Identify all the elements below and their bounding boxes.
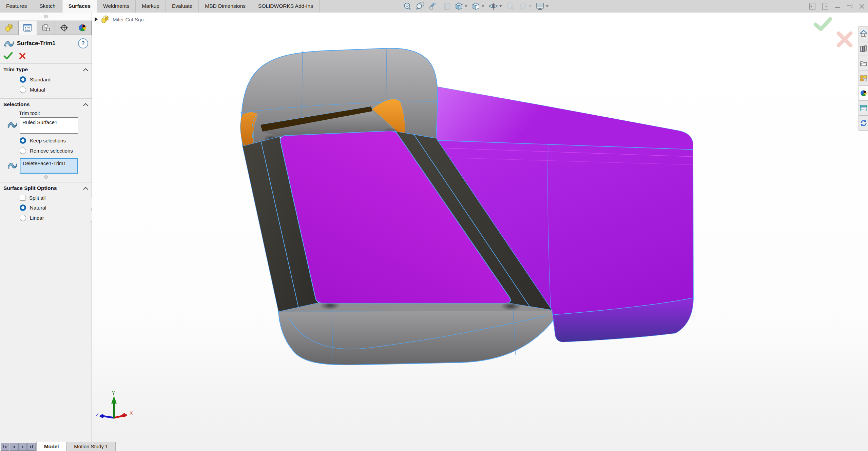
radio-natural-label: Natural <box>30 205 46 211</box>
pieces-to-keep-listbox[interactable]: DeleteFace1-Trim1 <box>20 158 78 174</box>
hide-show-caret[interactable] <box>499 5 502 7</box>
tab-weldments[interactable]: Weldments <box>97 0 136 13</box>
last-tab-button[interactable] <box>27 443 36 451</box>
tab-solidworks-addins[interactable]: SOLIDWORKS Add-Ins <box>252 0 320 13</box>
home-icon[interactable] <box>859 26 868 41</box>
custom-properties-icon[interactable] <box>859 101 868 116</box>
display-style-icon[interactable] <box>470 1 485 12</box>
minimize-icon[interactable] <box>835 7 840 8</box>
file-explorer-icon[interactable] <box>859 56 868 71</box>
previous-view-icon[interactable] <box>428 1 438 12</box>
view-orientation-caret[interactable] <box>465 5 467 7</box>
model-top-end-cap[interactable] <box>240 48 438 146</box>
tab-configuration-manager[interactable] <box>37 21 55 35</box>
cancel-button[interactable] <box>19 53 26 59</box>
tab-dimxpert-manager[interactable] <box>55 21 73 35</box>
triad-z-arrow <box>99 414 105 418</box>
dimxpert-manager-icon <box>60 24 69 32</box>
collapse-chevron-icon[interactable] <box>83 187 88 190</box>
apply-scene-caret[interactable] <box>529 5 532 7</box>
trim-tool-row: Ruled Surface1 <box>5 117 85 134</box>
view-settings-icon[interactable] <box>535 1 549 12</box>
selections-header[interactable]: Selections <box>3 101 88 107</box>
confirm-cancel-icon[interactable] <box>838 33 851 45</box>
first-tab-button[interactable] <box>1 443 9 451</box>
design-library-icon[interactable] <box>859 41 868 56</box>
radio-standard-circle[interactable] <box>20 76 26 83</box>
graphics-area[interactable]: Miter Cut Squ... <box>92 13 868 442</box>
tab-markup[interactable]: Markup <box>136 0 166 13</box>
model-tabs-bar: Model Motion Study 1 <box>0 442 868 451</box>
zoom-to-area-icon[interactable] <box>415 1 425 12</box>
part-tree-icon <box>5 24 14 32</box>
ok-button[interactable] <box>3 52 13 60</box>
hide-show-items-icon[interactable] <box>487 1 503 12</box>
zoom-to-fit-icon[interactable] <box>402 1 412 12</box>
view-settings-caret[interactable] <box>546 5 548 7</box>
radio-keep-circle[interactable] <box>20 137 26 144</box>
configuration-manager-icon <box>41 24 50 32</box>
model-bottom-end-cap[interactable] <box>278 301 558 365</box>
appearances-scenes-icon[interactable] <box>859 86 868 101</box>
radio-remove-selections[interactable]: Remove selections <box>20 148 88 154</box>
radio-standard[interactable]: Standard <box>20 76 88 83</box>
radio-remove-circle[interactable] <box>20 148 26 154</box>
collapse-left-pane-icon[interactable] <box>809 3 815 10</box>
tab-sketch[interactable]: Sketch <box>33 0 62 13</box>
split-all-checkbox[interactable] <box>20 195 25 201</box>
surface-split-header[interactable]: Surface Split Options <box>3 185 88 191</box>
help-button[interactable]: ? <box>78 38 88 48</box>
tab-features[interactable]: Features <box>0 0 33 13</box>
view-palette-icon[interactable] <box>859 71 868 86</box>
triad-y-label: Y <box>112 390 115 396</box>
radio-mutual[interactable]: Mutual <box>20 86 88 93</box>
coordinate-triad: Y Z X <box>96 390 133 418</box>
window-controls <box>809 0 865 13</box>
restore-icon[interactable] <box>847 4 852 9</box>
collapse-right-pane-icon[interactable] <box>822 3 828 10</box>
ok-cancel-row <box>0 50 92 63</box>
radio-standard-label: Standard <box>30 77 51 82</box>
radio-linear-circle[interactable] <box>20 215 26 221</box>
section-view-icon[interactable] <box>441 1 451 12</box>
selections-section: Selections Trim tool: Ruled Surface1 Kee… <box>0 99 92 182</box>
next-tab-button[interactable] <box>18 443 27 451</box>
pieces-to-keep-value[interactable]: DeleteFace1-Trim1 <box>23 160 66 166</box>
tab-display-manager[interactable] <box>73 21 92 35</box>
confirm-ok-icon[interactable] <box>815 19 830 29</box>
radio-linear[interactable]: Linear <box>20 215 88 221</box>
selections-title: Selections <box>3 101 30 107</box>
tab-property-manager[interactable] <box>19 21 37 35</box>
radio-mutual-circle[interactable] <box>20 86 26 93</box>
close-icon[interactable] <box>859 4 865 9</box>
radio-natural-circle[interactable] <box>20 204 26 211</box>
radio-keep-selections[interactable]: Keep selections <box>20 137 88 144</box>
model-3d-view[interactable]: Y Z X <box>92 13 868 442</box>
view-orientation-icon[interactable] <box>454 1 468 12</box>
tab-mbd-dimensions[interactable]: MBD Dimensions <box>199 0 252 13</box>
solidworks-forum-icon[interactable] <box>859 116 868 131</box>
trim-tool-listbox[interactable]: Ruled Surface1 <box>20 117 78 134</box>
trim-type-section: Trim Type Standard Mutual <box>0 64 92 96</box>
trim-type-header[interactable]: Trim Type <box>3 66 88 73</box>
trim-tool-value[interactable]: Ruled Surface1 <box>22 119 57 125</box>
manager-tabs <box>0 21 92 35</box>
tab-evaluate[interactable]: Evaluate <box>166 0 199 13</box>
display-style-caret[interactable] <box>482 5 484 7</box>
radio-linear-label: Linear <box>30 215 44 221</box>
tab-surfaces[interactable]: Surfaces <box>62 0 97 13</box>
tab-feature-manager-tree[interactable] <box>0 21 19 35</box>
checkbox-split-all[interactable]: Split all <box>20 195 88 201</box>
page-title: Surface-Trim1 <box>17 40 78 47</box>
tab-model[interactable]: Model <box>36 442 66 451</box>
collapse-chevron-icon[interactable] <box>83 103 88 106</box>
collapse-chevron-icon[interactable] <box>83 68 88 71</box>
surface-split-title: Surface Split Options <box>3 185 57 191</box>
listbox-resize-grip[interactable] <box>3 175 88 179</box>
previous-tab-button[interactable] <box>9 443 18 451</box>
tab-motion-study[interactable]: Motion Study 1 <box>66 442 116 451</box>
panel-resize-grip[interactable] <box>0 13 92 21</box>
radio-natural[interactable]: Natural <box>20 204 88 211</box>
edit-appearance-icon[interactable] <box>505 1 516 12</box>
apply-scene-icon[interactable] <box>518 1 532 12</box>
